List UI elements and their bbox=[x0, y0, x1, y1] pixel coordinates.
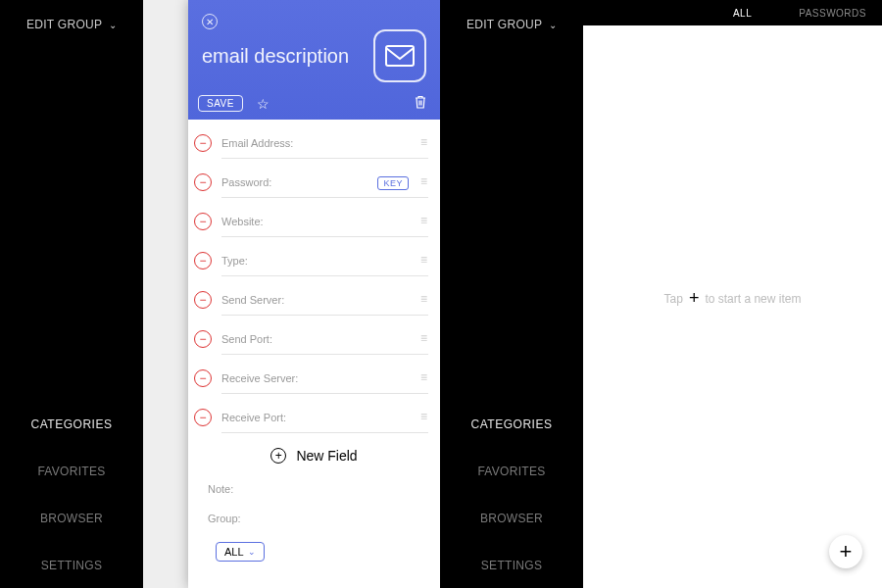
remove-field-button[interactable]: − bbox=[194, 330, 212, 348]
add-item-button[interactable]: + bbox=[829, 535, 862, 568]
drag-handle-icon[interactable]: ≡ bbox=[420, 253, 428, 267]
field-label: Password: bbox=[221, 176, 271, 188]
sidebar-item-settings[interactable]: SETTINGS bbox=[0, 559, 143, 572]
card-title: email description bbox=[202, 45, 349, 68]
edit-group-label: EDIT GROUP bbox=[26, 18, 102, 31]
field-row-password[interactable]: − Password: KEY ≡ bbox=[188, 159, 440, 198]
note-row[interactable]: Note: bbox=[188, 473, 440, 503]
delete-button[interactable] bbox=[415, 95, 426, 112]
tab-passwords[interactable]: PASSWORDS bbox=[799, 8, 866, 19]
note-label: Note: bbox=[208, 483, 430, 495]
field-row-email[interactable]: − Email Address: ≡ bbox=[188, 120, 440, 159]
sidebar-item-browser[interactable]: BROWSER bbox=[0, 512, 143, 525]
categories-heading: CATEGORIES bbox=[0, 417, 143, 431]
field-row-send-server[interactable]: − Send Server: ≡ bbox=[188, 276, 440, 316]
field-label: Type: bbox=[221, 255, 248, 267]
drag-handle-icon[interactable]: ≡ bbox=[420, 331, 428, 345]
drag-handle-icon[interactable]: ≡ bbox=[420, 292, 428, 306]
plus-circle-icon: + bbox=[270, 448, 286, 464]
remove-field-button[interactable]: − bbox=[194, 173, 212, 191]
close-button[interactable]: ✕ bbox=[202, 14, 218, 29]
field-row-receive-port[interactable]: − Receive Port: ≡ bbox=[188, 394, 440, 433]
sidebar-item-settings-2[interactable]: SETTINGS bbox=[440, 559, 583, 572]
drag-handle-icon[interactable]: ≡ bbox=[420, 135, 428, 149]
edit-card: ✕ email description SAVE ☆ − Email Addre… bbox=[188, 0, 440, 588]
edit-group-label-2: EDIT GROUP bbox=[466, 18, 542, 31]
item-type-icon-box bbox=[373, 29, 426, 82]
close-icon: ✕ bbox=[206, 17, 214, 27]
categories-heading-2: CATEGORIES bbox=[440, 417, 583, 431]
items-pane: ALL PASSWORDS Tap + to start a new item … bbox=[583, 0, 882, 588]
remove-field-button[interactable]: − bbox=[194, 369, 212, 387]
chevron-down-icon: ⌄ bbox=[109, 20, 117, 30]
edit-group-button-2[interactable]: EDIT GROUP ⌄ bbox=[440, 18, 583, 31]
empty-hint: Tap + to start a new item bbox=[583, 288, 882, 309]
remove-field-button[interactable]: − bbox=[194, 409, 212, 426]
remove-field-button[interactable]: − bbox=[194, 252, 212, 270]
drag-handle-icon[interactable]: ≡ bbox=[420, 410, 428, 423]
field-label: Send Port: bbox=[221, 333, 272, 345]
drag-handle-icon[interactable]: ≡ bbox=[420, 214, 428, 227]
chevron-down-icon: ⌄ bbox=[549, 20, 557, 30]
field-row-send-port[interactable]: − Send Port: ≡ bbox=[188, 316, 440, 355]
drag-handle-icon[interactable]: ≡ bbox=[420, 370, 428, 384]
sidebar-item-browser-2[interactable]: BROWSER bbox=[440, 512, 583, 525]
new-field-button[interactable]: + New Field bbox=[188, 433, 440, 473]
save-button[interactable]: SAVE bbox=[198, 95, 243, 112]
field-label: Send Server: bbox=[221, 294, 284, 306]
favorite-toggle[interactable]: ☆ bbox=[257, 96, 270, 112]
edit-group-button[interactable]: EDIT GROUP ⌄ bbox=[0, 18, 143, 31]
remove-field-button[interactable]: − bbox=[194, 134, 212, 152]
field-row-type[interactable]: − Type: ≡ bbox=[188, 237, 440, 276]
remove-field-button[interactable]: − bbox=[194, 213, 212, 230]
field-label: Receive Server: bbox=[221, 372, 298, 384]
chevron-down-icon: ⌄ bbox=[248, 547, 256, 557]
group-select[interactable]: ALL ⌄ bbox=[216, 542, 265, 562]
hint-post: to start a new item bbox=[705, 292, 801, 306]
hint-pre: Tap bbox=[664, 292, 683, 306]
field-label: Website: bbox=[221, 216, 264, 227]
sidebar-item-favorites[interactable]: FAVORITES bbox=[0, 465, 143, 478]
field-label: Receive Port: bbox=[221, 412, 286, 423]
field-row-website[interactable]: − Website: ≡ bbox=[188, 198, 440, 237]
svg-rect-0 bbox=[386, 46, 414, 66]
group-label: Group: bbox=[208, 513, 430, 524]
tab-all[interactable]: ALL bbox=[733, 8, 752, 19]
envelope-icon bbox=[385, 45, 415, 67]
field-row-receive-server[interactable]: − Receive Server: ≡ bbox=[188, 355, 440, 394]
group-select-value: ALL bbox=[224, 546, 244, 558]
drag-handle-icon[interactable]: ≡ bbox=[420, 174, 428, 188]
gap bbox=[143, 0, 188, 588]
key-button[interactable]: KEY bbox=[377, 176, 409, 190]
group-row: Group: bbox=[188, 503, 440, 532]
field-label: Email Address: bbox=[221, 137, 293, 149]
new-field-label: New Field bbox=[296, 448, 357, 464]
trash-icon bbox=[415, 95, 426, 109]
plus-icon: + bbox=[689, 288, 700, 309]
remove-field-button[interactable]: − bbox=[194, 291, 212, 309]
sidebar-item-favorites-2[interactable]: FAVORITES bbox=[440, 465, 583, 478]
